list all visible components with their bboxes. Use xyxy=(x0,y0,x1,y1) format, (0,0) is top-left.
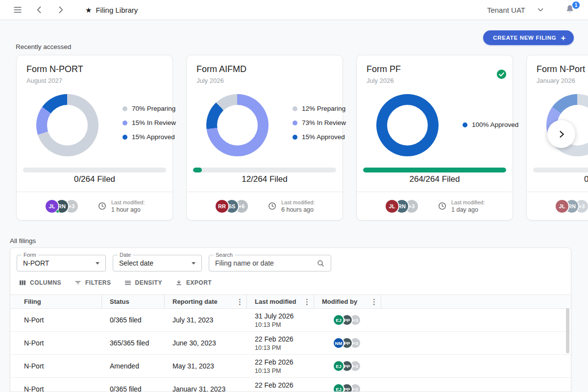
avatar: JL xyxy=(385,199,399,214)
density-icon xyxy=(124,279,132,287)
back-icon[interactable] xyxy=(33,4,45,16)
vertical-scrollbar[interactable] xyxy=(566,308,569,353)
legend-dot xyxy=(463,122,467,127)
filed-progress-bar xyxy=(533,168,588,172)
column-menu-icon[interactable]: ⋮ xyxy=(370,298,378,305)
card-title: Form N-Port xyxy=(537,64,588,74)
card-title: Form N-PORT xyxy=(26,64,163,74)
complete-check-icon xyxy=(496,69,507,79)
recently-accessed-cards: Form N-PORT August 2027 70% Preparing 15… xyxy=(16,55,588,220)
legend-label: 15% Approved xyxy=(132,133,175,141)
donut-legend: 70% Preparing 15% In Review 15% Approved xyxy=(122,105,176,141)
chevron-down-icon[interactable] xyxy=(536,5,545,14)
column-menu-icon[interactable]: ⋮ xyxy=(303,298,311,305)
legend-label: 15% Approved xyxy=(302,133,345,141)
column-header-reporting-date[interactable]: Reporting date⋮ xyxy=(165,295,247,308)
donut-legend: 100% Approved xyxy=(463,121,518,128)
legend-dot xyxy=(122,135,127,140)
legend-dot xyxy=(122,121,127,125)
filed-progress-bar xyxy=(363,168,506,172)
legend-label: 73% In Review xyxy=(302,119,346,126)
filed-count: 12/264 Filed xyxy=(187,174,343,184)
avatar-group: NM PP +3 xyxy=(322,337,381,349)
status-donut-chart xyxy=(206,94,269,156)
hamburger-menu-icon[interactable] xyxy=(12,4,24,16)
status-donut-chart xyxy=(376,94,439,156)
favorite-star-icon[interactable]: ★ xyxy=(85,6,92,14)
top-bar: ★ Filing Library Tenant UAT 1 xyxy=(0,0,588,20)
history-clock-icon xyxy=(98,201,107,211)
legend-dot xyxy=(122,106,127,111)
avatar: JL xyxy=(555,199,569,214)
date-filter-value: Select date xyxy=(119,259,192,267)
avatar-group: JL RN +3 xyxy=(385,199,419,214)
tenant-selector[interactable]: Tenant UAT xyxy=(487,6,525,14)
carousel-next-button[interactable] xyxy=(547,120,575,148)
avatar: NM xyxy=(333,337,344,349)
filed-progress-fill xyxy=(363,168,506,172)
card-subtitle: January 2026 xyxy=(537,77,588,84)
chevron-right-icon xyxy=(557,129,566,139)
form-filter-value: N-PORT xyxy=(23,259,96,267)
column-header-spacer xyxy=(381,295,571,308)
table-row[interactable]: N-Port 0/365 filed January 31, 2023 22 F… xyxy=(10,378,571,392)
avatar-group: EJ PP +3 xyxy=(322,314,381,326)
avatar: JL xyxy=(45,199,59,214)
avatar-group: RR SS +6 xyxy=(215,199,249,214)
column-menu-icon[interactable]: ⋮ xyxy=(236,298,244,305)
table-row[interactable]: N-Port 0/365 filed July 31, 2023 31 July… xyxy=(10,309,571,332)
card-title: Form AIFMD xyxy=(196,64,333,74)
card-title: Form PF xyxy=(367,64,503,74)
plus-icon: + xyxy=(561,34,566,42)
density-button[interactable]: DENSITY xyxy=(124,279,162,287)
history-clock-icon xyxy=(268,201,277,211)
filed-count: 0/264 Filed xyxy=(17,174,172,184)
filing-library-app: ★ Filing Library Tenant UAT 1 CREATE NEW… xyxy=(0,0,588,392)
filing-card-aifmd[interactable]: Form AIFMD July 2026 12% Preparing 73% I… xyxy=(186,55,343,220)
filed-count: 0/264 Filed xyxy=(527,174,588,184)
filing-card-pf[interactable]: Form PF July 2026 100% Approved 264/264 … xyxy=(356,55,513,220)
notification-badge: 1 xyxy=(572,1,580,9)
column-header-modified-by[interactable]: Modified by⋮ xyxy=(314,295,381,308)
avatar: RR xyxy=(215,199,229,214)
filed-progress-bar xyxy=(23,168,166,172)
search-input[interactable] xyxy=(215,259,317,267)
breadcrumb: ★ Filing Library xyxy=(85,6,138,14)
forward-icon[interactable] xyxy=(55,4,67,16)
all-filings-label: All filings xyxy=(10,237,36,245)
filters-button[interactable]: FILTERS xyxy=(74,279,111,287)
card-footer: JL RN +3 xyxy=(527,192,588,220)
legend-label: 15% In Review xyxy=(132,119,176,126)
date-filter-select[interactable]: Date Select date xyxy=(113,255,202,271)
search-field[interactable]: Search xyxy=(209,255,331,271)
create-new-filing-button[interactable]: CREATE NEW FILING + xyxy=(483,30,574,45)
table-row[interactable]: N-Port Amended May 31, 2023 22 Feb 20261… xyxy=(10,355,571,378)
export-button[interactable]: EXPORT xyxy=(175,279,212,287)
legend-dot xyxy=(293,106,297,111)
card-footer: JL RN +3 Last modified:1 hour ago xyxy=(17,192,172,220)
search-icon xyxy=(317,259,325,268)
form-filter-select[interactable]: Form N-PORT xyxy=(17,255,106,271)
filters-row: Form N-PORT Date Select date Search xyxy=(17,255,331,271)
legend-dot xyxy=(293,135,297,140)
card-subtitle: July 2026 xyxy=(367,77,503,84)
column-header-status[interactable]: Status xyxy=(102,295,165,308)
online-dot xyxy=(56,210,59,213)
avatar-group: EJ PP +3 xyxy=(322,360,381,372)
columns-button[interactable]: COLUMNS xyxy=(19,279,61,287)
filter-list-icon xyxy=(74,279,82,287)
donut-legend: 12% Preparing 73% In Review 15% Approved xyxy=(293,105,346,141)
filing-card-nport[interactable]: Form N-PORT August 2027 70% Preparing 15… xyxy=(16,55,173,220)
table-row[interactable]: N-Port 365/365 filed June 30, 2023 22 Fe… xyxy=(10,332,571,355)
avatar-group: EJ PP +3 xyxy=(322,383,381,392)
card-footer: JL RN +3 Last modified:1 day ago xyxy=(357,192,513,220)
filed-progress-bar xyxy=(193,168,336,172)
card-footer: RR SS +6 Last modified:6 hours ago xyxy=(187,192,343,220)
history-clock-icon xyxy=(438,201,447,211)
legend-dot xyxy=(293,121,297,125)
column-header-last-modified[interactable]: Last modified⋮ xyxy=(247,295,314,308)
recently-accessed-label: Recently accessed xyxy=(16,43,71,50)
card-subtitle: July 2026 xyxy=(196,77,333,84)
notifications-button[interactable]: 1 xyxy=(564,4,576,16)
column-header-filing[interactable]: Filing xyxy=(10,295,102,308)
